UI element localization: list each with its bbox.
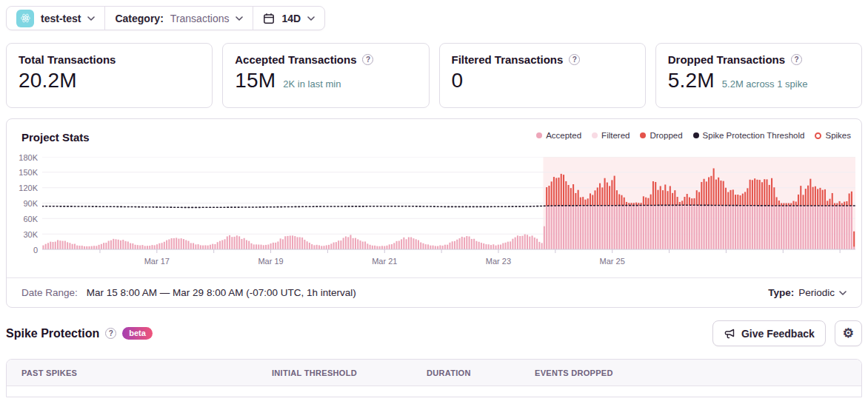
- help-icon[interactable]: ?: [791, 54, 802, 65]
- chart-type-selector[interactable]: Type: Periodic: [768, 287, 847, 298]
- chevron-down-icon: [87, 16, 95, 21]
- threshold-dot-icon: [693, 132, 699, 138]
- legend-item-spikes[interactable]: Spikes: [815, 131, 851, 140]
- help-icon[interactable]: ?: [105, 328, 116, 339]
- y-axis-tick-label: 60K: [23, 215, 38, 223]
- chevron-down-icon: [839, 291, 847, 295]
- chevron-down-icon: [307, 16, 315, 21]
- filtered-transactions-card: Filtered Transactions ? 0: [439, 43, 646, 108]
- accepted-dot-icon: [536, 132, 542, 138]
- card-title: Accepted Transactions: [235, 53, 356, 66]
- legend-item-threshold[interactable]: Spike Protection Threshold: [693, 131, 805, 140]
- period-value: 14D: [281, 13, 301, 24]
- chart-plot-area[interactable]: [42, 157, 855, 254]
- column-header-past-spikes: Past Spikes: [7, 368, 257, 377]
- category-label: Category:: [115, 13, 163, 24]
- x-axis-tick-label: Mar 19: [258, 257, 283, 266]
- column-header-events-dropped: Events Dropped: [520, 368, 861, 377]
- give-feedback-button[interactable]: Give Feedback: [712, 320, 826, 346]
- spikes-ring-icon: [815, 132, 821, 139]
- column-header-initial-threshold: Initial Threshold: [257, 368, 412, 377]
- past-spikes-table: Past Spikes Initial Threshold Duration E…: [6, 359, 862, 397]
- spike-protection-header: Spike Protection ? beta Give Feedback ⚙: [6, 320, 862, 346]
- calendar-icon: [263, 13, 275, 24]
- dropped-transactions-card: Dropped Transactions ? 5.2M 5.2M across …: [655, 43, 862, 108]
- page-filter-bar: test-test Category: Transactions 14D: [6, 6, 325, 30]
- y-axis-tick-label: 30K: [23, 230, 38, 239]
- react-platform-icon: [16, 10, 34, 27]
- table-header-row: Past Spikes Initial Threshold Duration E…: [7, 360, 861, 386]
- beta-badge: beta: [122, 327, 153, 340]
- y-axis-tick-label: 90K: [23, 199, 38, 208]
- x-axis-labels: Mar 17Mar 19Mar 21Mar 23Mar 25: [42, 254, 855, 270]
- chart-footer: Date Range: Mar 15 8:00 AM — Mar 29 8:00…: [7, 277, 861, 307]
- card-value: 15M: [235, 69, 276, 92]
- filtered-dot-icon: [592, 132, 598, 138]
- column-header-duration: Duration: [412, 368, 520, 377]
- card-value: 20.2M: [19, 69, 77, 92]
- card-subtext: 2K in last min: [283, 78, 341, 90]
- x-axis-tick-label: Mar 21: [372, 257, 397, 266]
- card-title: Total Transactions: [19, 53, 116, 66]
- chevron-down-icon: [236, 16, 243, 21]
- y-axis-tick-label: 180K: [19, 153, 38, 162]
- accepted-transactions-card: Accepted Transactions ? 15M 2K in last m…: [222, 43, 429, 108]
- project-name: test-test: [41, 13, 81, 24]
- settings-button[interactable]: ⚙: [835, 320, 862, 346]
- card-value: 5.2M: [668, 69, 715, 92]
- legend-item-filtered[interactable]: Filtered: [592, 131, 630, 140]
- y-axis-tick-label: 0: [33, 246, 38, 255]
- total-transactions-card: Total Transactions 20.2M: [6, 43, 213, 108]
- y-axis-tick-label: 120K: [19, 184, 38, 192]
- card-title: Dropped Transactions: [668, 53, 785, 66]
- project-stats-chart[interactable]: 180K150K120K90K60K30K0: [7, 157, 861, 254]
- legend-item-dropped[interactable]: Dropped: [640, 131, 682, 140]
- table-body: [7, 386, 861, 397]
- x-axis-tick-label: Mar 17: [144, 257, 170, 266]
- chart-canvas[interactable]: [42, 157, 855, 254]
- card-value: 0: [452, 69, 464, 92]
- date-period-selector[interactable]: 14D: [253, 7, 324, 30]
- category-value: Transactions: [170, 13, 230, 24]
- y-axis-tick-label: 150K: [19, 168, 38, 177]
- x-axis-tick-label: Mar 23: [486, 257, 511, 266]
- dropped-dot-icon: [640, 132, 646, 138]
- section-title: Spike Protection: [6, 327, 99, 340]
- project-selector[interactable]: test-test: [7, 7, 104, 30]
- x-axis-tick-label: Mar 25: [600, 257, 625, 266]
- help-icon[interactable]: ?: [569, 54, 580, 65]
- date-range-label: Date Range:: [21, 287, 78, 298]
- usage-stat-cards: Total Transactions 20.2M Accepted Transa…: [6, 43, 862, 108]
- chart-legend: Accepted Filtered Dropped Spike Protecti…: [536, 131, 851, 140]
- chart-title: Project Stats: [21, 131, 90, 144]
- y-axis-labels: 180K150K120K90K60K30K0: [7, 157, 42, 254]
- gear-icon: ⚙: [843, 326, 854, 341]
- project-stats-panel: Project Stats Accepted Filtered Dropped …: [6, 118, 862, 308]
- category-selector[interactable]: Category: Transactions: [104, 7, 253, 30]
- card-title: Filtered Transactions: [452, 53, 564, 66]
- legend-item-accepted[interactable]: Accepted: [536, 131, 581, 140]
- card-subtext: 5.2M across 1 spike: [722, 78, 808, 90]
- date-range-value: Mar 15 8:00 AM — Mar 29 8:00 AM (-07:00 …: [87, 287, 356, 298]
- help-icon[interactable]: ?: [362, 54, 373, 65]
- usage-stats-page: test-test Category: Transactions 14D Tot…: [0, 0, 868, 403]
- megaphone-icon: [724, 328, 735, 340]
